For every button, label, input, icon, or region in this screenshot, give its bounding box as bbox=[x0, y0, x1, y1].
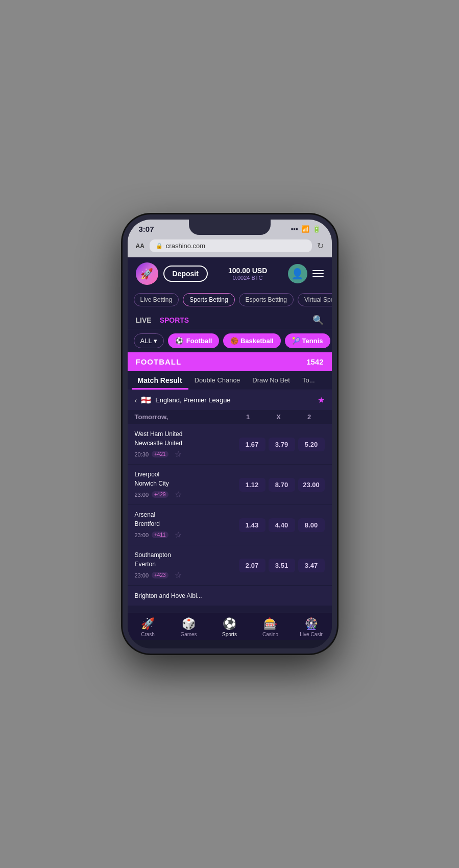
match-row: West Ham UnitedNewcastle United 20:30 +4… bbox=[128, 424, 332, 465]
tab-esports-betting[interactable]: Esports Betting bbox=[239, 293, 294, 306]
lock-icon: 🔒 bbox=[156, 243, 163, 249]
match-time: 23:00 bbox=[135, 572, 149, 578]
bottom-nav-casino[interactable]: 🎰 Casino bbox=[250, 613, 291, 640]
pill-football[interactable]: ⚽ Football bbox=[168, 333, 220, 348]
app-header: 🚀 Deposit 100.00 USD 0.0024 BTC 👤 bbox=[128, 257, 332, 290]
league-flag: 🏴󠁧󠁢󠁥󠁮󠁧󠁿 bbox=[141, 395, 151, 405]
live-casino-icon: 🎡 bbox=[304, 617, 318, 631]
tab-draw-no-bet[interactable]: Draw No Bet bbox=[246, 371, 296, 390]
match-favorite-icon[interactable]: ☆ bbox=[175, 530, 182, 540]
match-favorite-icon[interactable]: ☆ bbox=[175, 449, 182, 459]
bottom-nav-sports[interactable]: ⚽ Sports bbox=[209, 613, 250, 640]
match-time: 23:00 bbox=[135, 532, 149, 538]
partial-match-row: Brighton and Hove Albi... bbox=[128, 586, 332, 606]
live-casino-label: Live Casir bbox=[300, 632, 322, 637]
bottom-nav-live-casino[interactable]: 🎡 Live Casir bbox=[291, 613, 332, 640]
wifi-signal-icon: 📶 bbox=[301, 225, 309, 233]
match-favorite-icon[interactable]: ☆ bbox=[175, 490, 182, 499]
app-content: 🚀 Deposit 100.00 USD 0.0024 BTC 👤 Live B… bbox=[128, 257, 332, 640]
sports-nav: LIVE SPORTS 🔍 bbox=[128, 311, 332, 329]
match-row: LiverpoolNorwich City 23:00 +429 ☆ 1.12 … bbox=[128, 465, 332, 505]
match-info: LiverpoolNorwich City 23:00 +429 ☆ bbox=[135, 470, 236, 499]
tab-total[interactable]: To... bbox=[296, 371, 321, 390]
tab-virtual-sports[interactable]: Virtual Sports bbox=[298, 293, 332, 306]
football-count: 1542 bbox=[306, 357, 323, 366]
league-favorite-icon[interactable]: ★ bbox=[318, 395, 325, 405]
odds-1-btn[interactable]: 1.43 bbox=[239, 518, 265, 532]
odds-x-btn[interactable]: 3.51 bbox=[269, 559, 295, 572]
match-row: ArsenalBrentford 23:00 +411 ☆ 1.43 4.40 … bbox=[128, 505, 332, 545]
casino-label: Casino bbox=[262, 632, 278, 637]
games-icon: 🎲 bbox=[182, 617, 196, 631]
nav-tabs: Live Betting Sports Betting Esports Bett… bbox=[128, 290, 332, 311]
deposit-button[interactable]: Deposit bbox=[163, 266, 208, 282]
football-label: FOOTBALL bbox=[136, 357, 182, 366]
odds-x-btn[interactable]: 4.40 bbox=[269, 518, 295, 532]
browser-aa[interactable]: AA bbox=[136, 243, 144, 250]
match-teams: West Ham UnitedNewcastle United bbox=[135, 429, 236, 448]
phone-frame: 3:07 ▪▪▪ 📶 🔋 AA 🔒 crashino.com ↻ 🚀 Depos… bbox=[123, 214, 337, 654]
match-teams: Brighton and Hove Albi... bbox=[135, 591, 325, 600]
match-more-markets[interactable]: +421 bbox=[152, 451, 168, 457]
sports-tab[interactable]: SPORTS bbox=[160, 316, 189, 324]
match-teams: ArsenalBrentford bbox=[135, 510, 236, 528]
refresh-icon[interactable]: ↻ bbox=[317, 241, 324, 251]
odds-col-x: X bbox=[263, 413, 294, 421]
casino-icon: 🎰 bbox=[263, 617, 277, 631]
match-favorite-icon[interactable]: ☆ bbox=[175, 570, 182, 580]
odds-x-btn[interactable]: 8.70 bbox=[269, 478, 295, 492]
tab-live-betting[interactable]: Live Betting bbox=[134, 293, 179, 306]
tab-double-chance[interactable]: Double Chance bbox=[188, 371, 247, 390]
match-more-markets[interactable]: +411 bbox=[152, 532, 168, 538]
hamburger-menu[interactable] bbox=[312, 270, 324, 277]
pill-tennis[interactable]: 🎾 Tennis bbox=[285, 333, 330, 348]
search-icon[interactable]: 🔍 bbox=[312, 315, 324, 326]
balance-info: 100.00 USD 0.0024 BTC bbox=[213, 267, 283, 281]
crash-label: Crash bbox=[141, 632, 155, 637]
status-bar: 3:07 ▪▪▪ 📶 🔋 bbox=[128, 220, 332, 236]
odds-1-btn[interactable]: 1.67 bbox=[239, 438, 265, 451]
match-teams: LiverpoolNorwich City bbox=[135, 470, 236, 488]
pill-all[interactable]: ALL ▾ bbox=[134, 333, 164, 348]
browser-bar: AA 🔒 crashino.com ↻ bbox=[128, 236, 332, 257]
games-label: Games bbox=[180, 632, 197, 637]
browser-url-bar[interactable]: 🔒 crashino.com bbox=[150, 239, 312, 252]
avatar[interactable]: 👤 bbox=[288, 264, 307, 283]
odds-header: Tomorrow, 1 X 2 bbox=[128, 410, 332, 424]
odds-1-btn[interactable]: 2.07 bbox=[239, 559, 265, 572]
bottom-nav-games[interactable]: 🎲 Games bbox=[168, 613, 209, 640]
url-text: crashino.com bbox=[166, 242, 205, 250]
bottom-nav-crash[interactable]: 🚀 Crash bbox=[128, 613, 168, 640]
sports-icon: ⚽ bbox=[223, 617, 236, 631]
odds-2-btn[interactable]: 3.47 bbox=[298, 559, 325, 572]
odds-2-btn[interactable]: 8.00 bbox=[298, 518, 325, 532]
odds-col-1: 1 bbox=[233, 413, 263, 421]
match-teams: SouthamptonEverton bbox=[135, 550, 236, 569]
match-time: 23:00 bbox=[135, 492, 149, 498]
tab-sports-betting[interactable]: Sports Betting bbox=[183, 293, 234, 306]
match-tabs: Match Result Double Chance Draw No Bet T… bbox=[128, 371, 332, 390]
matches-list: West Ham UnitedNewcastle United 20:30 +4… bbox=[128, 424, 332, 606]
live-tab[interactable]: LIVE bbox=[136, 316, 152, 324]
odds-2-btn[interactable]: 23.00 bbox=[298, 478, 325, 492]
football-section-header: FOOTBALL 1542 bbox=[128, 352, 332, 371]
wifi-icon: ▪▪▪ bbox=[291, 225, 298, 233]
balance-usd: 100.00 USD bbox=[213, 267, 283, 275]
match-more-markets[interactable]: +429 bbox=[152, 491, 168, 498]
match-row: SouthamptonEverton 23:00 +423 ☆ 2.07 3.5… bbox=[128, 545, 332, 586]
league-name: England, Premier League bbox=[155, 396, 313, 404]
odds-2-btn[interactable]: 5.20 bbox=[298, 438, 325, 451]
odds-x-btn[interactable]: 3.79 bbox=[269, 438, 295, 451]
sport-pills: ALL ▾ ⚽ Football 🏀 Basketball 🎾 Tennis bbox=[128, 329, 332, 352]
tab-match-result[interactable]: Match Result bbox=[132, 371, 188, 390]
league-header: ‹ 🏴󠁧󠁢󠁥󠁮󠁧󠁿 England, Premier League ★ bbox=[128, 390, 332, 410]
logo: 🚀 bbox=[136, 262, 158, 285]
match-more-markets[interactable]: +423 bbox=[152, 572, 168, 578]
back-button[interactable]: ‹ bbox=[135, 396, 137, 404]
crash-icon: 🚀 bbox=[141, 617, 155, 631]
match-info: ArsenalBrentford 23:00 +411 ☆ bbox=[135, 510, 236, 540]
battery-icon: 🔋 bbox=[312, 225, 321, 233]
pill-basketball[interactable]: 🏀 Basketball bbox=[223, 333, 281, 348]
odds-1-btn[interactable]: 1.12 bbox=[239, 478, 265, 492]
sports-label: Sports bbox=[222, 632, 237, 637]
